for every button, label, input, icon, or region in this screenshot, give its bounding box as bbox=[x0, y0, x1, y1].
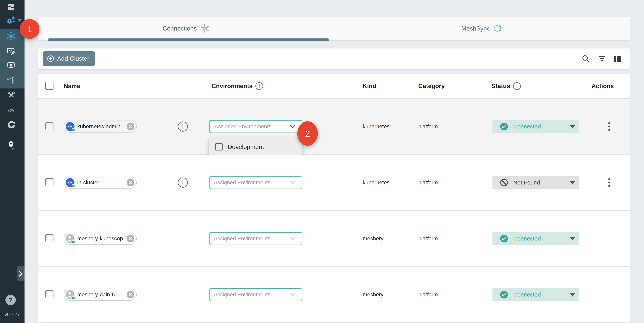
column-header-actions: Actions bbox=[592, 83, 614, 90]
check-circle-icon bbox=[500, 290, 508, 299]
avatar-icon bbox=[66, 234, 74, 243]
sidebar-divider bbox=[0, 136, 24, 136]
connection-name: in-cluster bbox=[77, 179, 124, 186]
row-checkbox[interactable] bbox=[45, 178, 54, 186]
assigned-environments-select[interactable]: Assigned Environments bbox=[210, 176, 302, 189]
kubernetes-logo-icon bbox=[66, 178, 74, 187]
sidebar-expand-toggle[interactable] bbox=[16, 266, 24, 281]
status-select[interactable]: Connected bbox=[492, 232, 579, 245]
status-select[interactable]: Connected bbox=[492, 120, 579, 133]
kebab-menu-icon[interactable] bbox=[607, 177, 611, 188]
status-caret-icon bbox=[570, 181, 575, 184]
sidebar-item-flows[interactable] bbox=[6, 76, 16, 85]
annotation-badge-1: 1 bbox=[20, 19, 40, 39]
delete-connection-icon[interactable] bbox=[127, 123, 134, 130]
tab-connections-label: Connections bbox=[163, 25, 197, 32]
kind-value: meshery bbox=[363, 235, 384, 242]
row-checkbox[interactable] bbox=[45, 290, 54, 298]
connection-chip[interactable]: meshery-kubescop… bbox=[64, 233, 137, 245]
assigned-environments-select[interactable]: Assigned Environments bbox=[210, 232, 302, 245]
status-info-icon[interactable]: i bbox=[513, 82, 521, 90]
sidebar-item-extensions[interactable] bbox=[6, 120, 16, 129]
active-tab-indicator bbox=[48, 39, 329, 41]
ban-circle-icon bbox=[500, 178, 508, 187]
kind-value: meshery bbox=[363, 291, 384, 298]
help-button[interactable]: ? bbox=[6, 295, 16, 305]
dashboard-grid-icon[interactable] bbox=[6, 2, 16, 12]
tab-meshsync[interactable]: MeshSync bbox=[334, 17, 630, 40]
status-caret-icon bbox=[570, 125, 575, 128]
chevron-down-icon[interactable] bbox=[290, 124, 296, 129]
view-columns-icon[interactable] bbox=[613, 54, 622, 63]
delete-connection-icon[interactable] bbox=[127, 179, 134, 186]
kubernetes-logo-icon bbox=[66, 122, 74, 131]
assigned-environments-select[interactable]: Assigned Environments bbox=[210, 120, 302, 133]
status-select[interactable]: Not Found bbox=[492, 176, 579, 189]
dropdown-option-development[interactable]: Development bbox=[209, 138, 302, 156]
chevron-down-icon[interactable] bbox=[290, 292, 296, 297]
sidebar-item-adapters[interactable]: <> bbox=[6, 46, 16, 56]
actions-empty: - bbox=[608, 291, 610, 298]
status-dot-connected bbox=[72, 240, 75, 244]
main-content: Connections MeshSync bbox=[24, 0, 644, 323]
sidebar-item-configuration[interactable] bbox=[6, 90, 16, 100]
option-checkbox[interactable] bbox=[215, 143, 222, 150]
chevron-right-icon bbox=[18, 270, 23, 277]
table-row: meshery-dain-6 Assigned Environments mes bbox=[38, 267, 630, 323]
select-divider bbox=[281, 291, 281, 299]
map-pin-icon[interactable] bbox=[6, 141, 16, 150]
delete-connection-icon[interactable] bbox=[127, 235, 134, 242]
category-value: platform bbox=[418, 123, 438, 130]
column-header-environments: Environments bbox=[212, 83, 252, 90]
tab-bar: Connections MeshSync bbox=[38, 17, 630, 40]
status-label: Not Found bbox=[513, 179, 540, 186]
status-label: Connected bbox=[513, 123, 541, 130]
column-header-kind: Kind bbox=[363, 83, 376, 90]
sidebar-item-connections[interactable] bbox=[6, 32, 16, 41]
delete-connection-icon[interactable] bbox=[127, 291, 134, 298]
check-circle-icon bbox=[500, 234, 508, 243]
select-divider bbox=[281, 123, 281, 131]
filter-icon[interactable] bbox=[597, 54, 606, 63]
connections-mesh-icon bbox=[200, 24, 210, 34]
status-dot-notfound bbox=[72, 184, 75, 188]
select-divider bbox=[281, 235, 281, 243]
sidebar-item-designs[interactable] bbox=[6, 61, 16, 70]
environments-placeholder: Assigned Environments bbox=[214, 179, 270, 186]
tab-meshsync-label: MeshSync bbox=[462, 25, 490, 32]
connection-info-icon[interactable]: i bbox=[178, 122, 188, 132]
status-label: Connected bbox=[513, 235, 541, 242]
table-row: meshery-kubescop… Assigned Environments bbox=[38, 211, 630, 267]
lifecycle-expand-caret-icon[interactable] bbox=[18, 19, 22, 22]
select-all-checkbox[interactable] bbox=[45, 82, 54, 90]
table-header-row: Name Environments i Kind Category Status… bbox=[38, 74, 630, 99]
assigned-environments-select[interactable]: Assigned Environments bbox=[210, 288, 302, 301]
add-cluster-button[interactable]: Add Cluster bbox=[43, 51, 95, 66]
chevron-down-icon[interactable] bbox=[290, 180, 296, 185]
row-checkbox[interactable] bbox=[45, 234, 54, 242]
text-cursor bbox=[214, 123, 214, 130]
environments-placeholder: Assigned Environments bbox=[214, 235, 270, 242]
kebab-menu-icon[interactable] bbox=[607, 121, 611, 132]
connection-name: kubernetes-admin… bbox=[77, 123, 124, 130]
lifecycle-gears-icon[interactable] bbox=[6, 16, 16, 25]
option-label: Development bbox=[228, 143, 264, 150]
environments-info-icon[interactable]: i bbox=[256, 82, 263, 90]
connection-chip[interactable]: kubernetes-admin… bbox=[64, 121, 137, 133]
search-icon[interactable] bbox=[581, 54, 590, 63]
connection-name: meshery-kubescop… bbox=[77, 235, 124, 242]
connections-table: Name Environments i Kind Category Status… bbox=[38, 74, 630, 323]
status-select[interactable]: Connected bbox=[492, 288, 579, 301]
meshsync-spinner-icon bbox=[493, 24, 502, 33]
connection-chip[interactable]: meshery-dain-6 bbox=[64, 289, 137, 300]
row-checkbox[interactable] bbox=[45, 122, 54, 130]
actions-empty: - bbox=[608, 235, 610, 242]
annotation-badge-2: 2 bbox=[297, 121, 318, 146]
table-toolbar: Add Cluster bbox=[38, 49, 630, 69]
connection-chip[interactable]: in-cluster bbox=[64, 177, 137, 189]
sidebar-item-performance[interactable] bbox=[6, 105, 16, 114]
tab-connections[interactable]: Connections bbox=[38, 17, 334, 40]
chevron-down-icon[interactable] bbox=[290, 236, 296, 241]
connection-info-icon[interactable]: i bbox=[178, 178, 188, 188]
kind-value: kubernetes bbox=[363, 179, 390, 186]
